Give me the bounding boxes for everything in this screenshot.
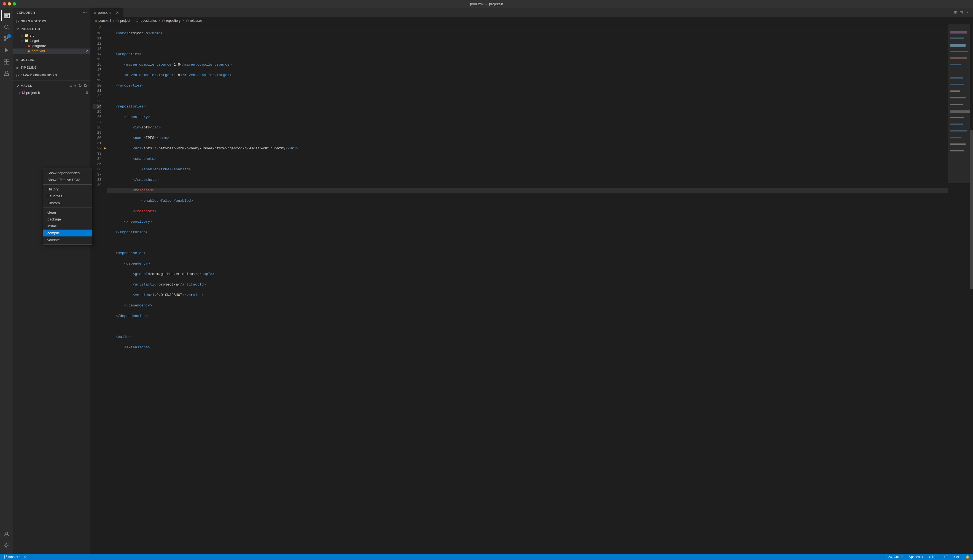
breadcrumb-project[interactable]: ⬡ project bbox=[115, 18, 131, 23]
git-branch-status[interactable]: master* bbox=[2, 555, 21, 559]
open-editors-header[interactable]: ▷ OPEN EDITORS bbox=[13, 17, 90, 25]
spaces-label: Spaces: 4 bbox=[909, 555, 923, 559]
pomxml-badge: M bbox=[85, 49, 88, 53]
tab-actions: ⊞ ⊡ ⋯ bbox=[950, 8, 973, 17]
line-29 bbox=[107, 240, 948, 245]
tab-pomxml-icon: ◈ bbox=[94, 11, 96, 15]
maven-header[interactable]: ▽ MAVEN ≡ + ↻ ⧉ bbox=[13, 82, 90, 90]
tab-pomxml-close[interactable]: ✕ bbox=[115, 10, 120, 15]
gitignore-file-icon: ◆ bbox=[28, 44, 30, 48]
context-menu-history[interactable]: History... bbox=[43, 186, 90, 193]
encoding-status[interactable]: UTF-8 bbox=[928, 555, 940, 559]
svg-rect-10 bbox=[7, 62, 9, 64]
more-actions-icon[interactable]: ⋯ bbox=[965, 10, 970, 15]
context-menu-validate[interactable]: validate bbox=[43, 237, 90, 243]
breadcrumb-project-icon: ⬡ bbox=[116, 19, 119, 23]
breadcrumb-repository[interactable]: ⬡ repository bbox=[161, 18, 182, 23]
source-control-activity-icon[interactable]: 1 bbox=[1, 33, 12, 44]
close-button[interactable] bbox=[3, 2, 6, 5]
maximize-button[interactable] bbox=[13, 2, 16, 5]
sync-icon: ↻ bbox=[24, 555, 27, 559]
maven-project-action[interactable]: ⧉ bbox=[86, 90, 88, 95]
breadcrumb-pomxml[interactable]: ◈ pom.xml bbox=[94, 18, 112, 23]
cursor-position-status[interactable]: Ln 24, Col 23 bbox=[883, 555, 905, 559]
maven-collapse-icon[interactable]: ⧉ bbox=[84, 83, 87, 88]
line-19: <name>IPFS</name> bbox=[107, 135, 948, 140]
sync-status[interactable]: ↻ bbox=[23, 555, 28, 559]
context-menu-install[interactable]: install bbox=[43, 223, 90, 230]
gitignore-label: .gitignore bbox=[32, 44, 46, 48]
svg-marker-6 bbox=[5, 48, 8, 53]
maven-refresh-icon[interactable]: ↻ bbox=[78, 83, 82, 88]
status-left: master* ↻ bbox=[2, 555, 28, 559]
search-activity-icon[interactable] bbox=[1, 22, 12, 33]
target-chevron-icon: ▷ bbox=[20, 39, 24, 42]
context-menu-package[interactable]: package bbox=[43, 216, 90, 223]
spaces-status[interactable]: Spaces: 4 bbox=[908, 555, 925, 559]
sidebar-title: Explorer ⋯ bbox=[13, 8, 90, 17]
context-menu-favorites[interactable]: Favorites... bbox=[43, 193, 90, 200]
line-25: <enabled>false</enabled> bbox=[107, 198, 948, 203]
tree-item-target[interactable]: ▷ 📁 target bbox=[13, 38, 90, 43]
svg-rect-7 bbox=[4, 59, 6, 62]
outline-header[interactable]: ▷ OUTLINE bbox=[13, 56, 90, 64]
breadcrumb-releases-icon: ⬡ bbox=[186, 19, 189, 23]
explorer-activity-icon[interactable] bbox=[1, 10, 12, 21]
line-37 bbox=[107, 324, 948, 329]
extensions-activity-icon[interactable] bbox=[1, 56, 12, 67]
account-activity-icon[interactable] bbox=[1, 528, 12, 540]
breadcrumb-pomxml-label: pom.xml bbox=[98, 19, 111, 23]
settings-activity-icon[interactable] bbox=[1, 540, 12, 551]
editor-content: 9 10 11 12 13 14 15 16 17 18 19 20 21 22… bbox=[90, 24, 973, 554]
maven-add-icon[interactable]: + bbox=[74, 83, 77, 88]
src-folder-icon: 📁 bbox=[24, 33, 29, 37]
line-34: <version>1.0.0-SNAPSHOT</version> bbox=[107, 292, 948, 298]
tree-item-pomxml[interactable]: ◈ pom.xml M bbox=[13, 48, 90, 54]
notifications-status[interactable]: 🔔 bbox=[965, 555, 971, 559]
timeline-chevron: ▷ bbox=[17, 66, 19, 69]
code-area[interactable]: <name>project-b</name> <properties> <mav… bbox=[103, 24, 948, 554]
split-editor-icon[interactable]: ⊞ bbox=[954, 10, 957, 15]
breadcrumb-repo-label: repository bbox=[166, 19, 180, 23]
context-menu-custom[interactable]: Custom... bbox=[43, 200, 90, 207]
line-31: <dependency> bbox=[107, 261, 948, 266]
scrollbar-track[interactable] bbox=[970, 24, 973, 554]
sidebar-more-icon[interactable]: ⋯ bbox=[82, 10, 87, 15]
tab-pomxml[interactable]: ◈ pom.xml ✕ bbox=[90, 8, 123, 17]
maven-project-item[interactable]: ▷ M project-b ⧉ bbox=[13, 90, 90, 95]
tree-item-src[interactable]: ▷ 📁 src bbox=[13, 33, 90, 38]
line-ending-label: LF bbox=[944, 555, 948, 559]
context-menu-sep1 bbox=[43, 184, 90, 185]
breadcrumb-repositories[interactable]: ⬡ repositories bbox=[135, 18, 158, 23]
timeline-header[interactable]: ▷ TIMELINE bbox=[13, 64, 90, 72]
testing-activity-icon[interactable] bbox=[1, 68, 12, 79]
line-ending-status[interactable]: LF bbox=[943, 555, 949, 559]
breadcrumb-releases[interactable]: ⬡ releases bbox=[185, 18, 203, 23]
context-menu-compile[interactable]: compile bbox=[43, 230, 90, 237]
maven-project-label: project-b bbox=[26, 91, 40, 95]
breadcrumb-repos-label: repositories bbox=[140, 19, 157, 23]
titlebar: pom.xml — project-b bbox=[0, 0, 973, 8]
line-11: <properties> bbox=[107, 52, 948, 57]
context-menu-show-effective-pom[interactable]: Show Effective POM bbox=[43, 177, 90, 183]
window-title: pom.xml — project-b bbox=[470, 2, 503, 6]
scrollbar-thumb[interactable] bbox=[970, 130, 973, 289]
svg-point-35 bbox=[6, 556, 7, 557]
line-30: <dependencies> bbox=[107, 250, 948, 256]
project-header[interactable]: ▽ PROJECT-B bbox=[13, 25, 90, 33]
svg-point-1 bbox=[5, 25, 8, 29]
maven-list-icon[interactable]: ≡ bbox=[70, 83, 72, 88]
line-22: <enabled>true</enabled> bbox=[107, 167, 948, 172]
run-activity-icon[interactable] bbox=[1, 45, 12, 56]
context-menu-show-deps[interactable]: Show dependencies bbox=[43, 170, 90, 177]
tree-item-gitignore[interactable]: ◆ .gitignore bbox=[13, 43, 90, 48]
context-menu-clean[interactable]: clean bbox=[43, 209, 90, 216]
svg-line-2 bbox=[8, 28, 9, 30]
java-deps-header[interactable]: ▷ JAVA DEPENDENCIES bbox=[13, 72, 90, 79]
pomxml-file-icon: ◈ bbox=[28, 49, 30, 53]
minimize-button[interactable] bbox=[8, 2, 11, 5]
language-status[interactable]: XML bbox=[952, 555, 961, 559]
svg-rect-8 bbox=[7, 59, 9, 62]
layout-icon[interactable]: ⊡ bbox=[960, 10, 963, 15]
breadcrumb-repo-icon: ⬡ bbox=[162, 19, 165, 23]
